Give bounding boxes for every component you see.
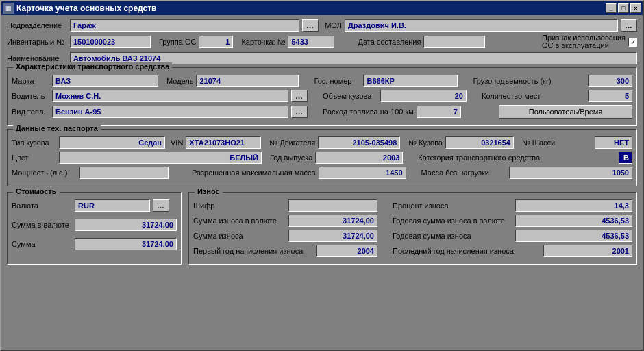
fuel-label: Вид топл. (12, 108, 49, 116)
color-label: Цвет (12, 154, 56, 162)
wear-group: Износ Шифр Процент износа 14,3 Сумма изн… (188, 192, 637, 265)
seats-label: Количество мест (482, 92, 541, 100)
inv-field[interactable]: 1501000023 (70, 36, 151, 48)
code-label: Шифр (193, 202, 286, 210)
chassis-label: № Шасси (522, 138, 555, 147)
seats-field[interactable]: 5 (588, 90, 632, 102)
sum-cur-field[interactable]: 31724,00 (75, 219, 177, 231)
driver-lookup-button[interactable]: … (291, 90, 308, 102)
body-no-field[interactable]: 0321654 (445, 136, 514, 149)
body-no-label: № Кузова (408, 138, 443, 147)
driver-field[interactable]: Мохнев С.Н. (52, 90, 288, 102)
app-icon: ▦ (3, 3, 14, 14)
max-mass-label: Разрешенная максимальная масса (192, 169, 316, 177)
card-label: Карточка: № (241, 38, 285, 46)
power-field[interactable] (79, 167, 169, 179)
vin-field[interactable]: ХТА21073НО21 (186, 136, 261, 149)
percent-label: Процент износа (393, 202, 512, 210)
body-type-label: Тип кузова (12, 138, 56, 147)
wear-sum-cur-field[interactable]: 31724,00 (288, 215, 377, 227)
engine-label: № Двигателя (269, 138, 315, 147)
first-year-field[interactable]: 2004 (316, 245, 377, 257)
brand-label: Марка (12, 77, 49, 85)
empty-mass-field[interactable]: 1050 (509, 167, 632, 179)
mol-label: МОЛ (321, 21, 342, 29)
reg-label: Гос. номер (314, 77, 360, 85)
content-area: Подразделение Гараж … МОЛ Драздович И.В.… (1, 15, 643, 350)
cost-group-title: Стоимость (13, 187, 60, 195)
yearly-field[interactable]: 4536,53 (515, 230, 632, 242)
subunit-label: Подразделение (7, 21, 67, 29)
group-field[interactable]: 1 (199, 36, 233, 48)
yearly-label: Годовая сумма износа (393, 232, 512, 240)
passport-group: Данные тех. паспорта Тип кузова Седан VI… (7, 129, 637, 186)
capacity-field[interactable]: 300 (588, 75, 632, 87)
sum-field[interactable]: 31724,00 (75, 238, 177, 250)
maximize-button[interactable]: □ (618, 3, 629, 13)
wear-sum-label: Сумма износа (193, 232, 286, 240)
category-field[interactable]: B (619, 152, 632, 164)
engine-field[interactable]: 2105-035498 (318, 136, 400, 149)
consumption-label: Расход топлива на 100 км (323, 108, 414, 116)
last-year-field[interactable]: 2001 (543, 245, 632, 257)
body-vol-field[interactable]: 20 (380, 90, 467, 102)
sum-label: Сумма (12, 240, 72, 248)
last-year-label: Последний год начисления износа (393, 247, 514, 255)
max-mass-field[interactable]: 1450 (319, 167, 406, 179)
capacity-label: Грузоподъемность (кг) (473, 77, 551, 85)
brand-field[interactable]: ВАЗ (52, 75, 158, 87)
body-type-field[interactable]: Седан (59, 136, 165, 149)
consumption-field[interactable]: 7 (417, 106, 461, 118)
currency-label: Валюта (12, 202, 72, 210)
passport-group-title: Данные тех. паспорта (13, 124, 101, 132)
subunit-field[interactable]: Гараж (70, 19, 299, 32)
app-window: ▦ Карточка учета основных средств _ □ × … (0, 0, 644, 351)
usage-label-2: ОС в эксплуатации (542, 42, 626, 49)
mol-field[interactable]: Драздович И.В. (345, 19, 618, 32)
window-title: Карточка учета основных средств (16, 3, 606, 13)
vin-label: VIN (171, 138, 183, 147)
wear-sum-field[interactable]: 31724,00 (288, 230, 377, 242)
sum-cur-label: Сумма в валюте (12, 221, 72, 229)
year-field[interactable]: 2003 (315, 152, 403, 164)
group-label: Группа ОС (159, 38, 196, 46)
inv-label: Инвентарный № (7, 38, 67, 46)
model-field[interactable]: 21074 (196, 75, 299, 87)
chassis-field[interactable]: НЕТ (595, 136, 632, 149)
category-label: Категория транспортного средства (418, 154, 540, 162)
date-label: Дата составления (358, 38, 421, 46)
driver-label: Водитель (12, 92, 49, 100)
vehicle-group-title: Характеристики транспортного средства (13, 62, 172, 71)
year-label: Год выпуска (270, 154, 312, 162)
power-label: Мощность (л.с.) (12, 169, 77, 177)
subunit-lookup-button[interactable]: … (302, 19, 319, 32)
cost-group: Стоимость Валюта RUR … Сумма в валюте 31… (7, 192, 182, 265)
close-button[interactable]: × (630, 3, 641, 13)
minimize-button[interactable]: _ (606, 3, 617, 13)
yearly-cur-label: Годовая сумма износа в валюте (393, 217, 512, 225)
wear-sum-cur-label: Сумма износа в валюте (193, 217, 286, 225)
first-year-label: Первый год начисления износа (193, 247, 313, 255)
fuel-field[interactable]: Бензин А-95 (52, 106, 288, 118)
percent-field[interactable]: 14,3 (515, 199, 632, 212)
wear-group-title: Износ (195, 187, 223, 195)
currency-field[interactable]: RUR (75, 199, 150, 212)
empty-mass-label: Масса без нагрузки (421, 169, 489, 177)
model-label: Модель (166, 77, 193, 85)
fuel-lookup-button[interactable]: … (291, 106, 308, 118)
name-label: Наименование (7, 54, 67, 62)
date-field[interactable] (423, 36, 485, 48)
body-vol-label: Объем кузова (323, 92, 377, 100)
mol-lookup-button[interactable]: … (621, 19, 637, 32)
yearly-cur-field[interactable]: 4536,53 (515, 215, 632, 227)
code-field[interactable] (288, 199, 377, 212)
currency-lookup-button[interactable]: … (153, 199, 169, 212)
card-field[interactable]: 5433 (288, 36, 334, 48)
user-time-button[interactable]: Пользователь/Время (499, 105, 632, 119)
vehicle-group: Характеристики транспортного средства Ма… (7, 67, 637, 126)
usage-checkbox[interactable]: ✓ (628, 38, 637, 47)
reg-field[interactable]: В666КР (363, 75, 458, 87)
color-field[interactable]: БЕЛЫЙ (59, 152, 262, 164)
titlebar: ▦ Карточка учета основных средств _ □ × (1, 1, 643, 15)
